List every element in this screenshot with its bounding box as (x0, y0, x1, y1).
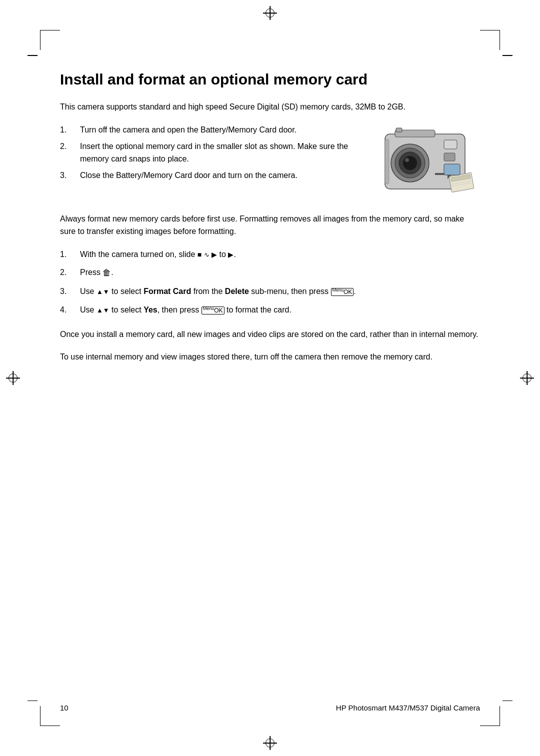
play-right-icon: ▶ (212, 250, 217, 258)
svg-point-5 (403, 156, 417, 170)
scene-icon: ∿ (204, 251, 210, 258)
corner-mark-top-left (40, 30, 60, 50)
svg-rect-8 (444, 153, 455, 161)
step-text-1: Turn off the camera and open the Battery… (80, 124, 365, 136)
install-step-3: 3. Close the Battery/Memory Card door an… (60, 170, 365, 182)
format-step-4: 4. Use ▲▼ to select Yes, then press Menu… (60, 304, 480, 316)
reg-mark-bottom (263, 736, 277, 750)
install-steps-left: 1. Turn off the camera and open the Batt… (60, 124, 365, 186)
page: Install and format an optional memory ca… (0, 0, 540, 756)
up-down-arrow-icon-2: ▲▼ (96, 306, 110, 314)
camera-svg (370, 119, 480, 209)
format-step-2: 2. Press 🗑. (60, 266, 480, 280)
format-step-text-1: With the camera turned on, slide ■ ∿ ▶ t… (80, 248, 480, 261)
side-mark-right-top (502, 55, 512, 56)
format-intro-paragraph: Always format new memory cards before fi… (60, 213, 480, 238)
svg-rect-7 (444, 140, 457, 149)
format-step-text-4: Use ▲▼ to select Yes, then press MenuOK … (80, 304, 480, 316)
corner-mark-bottom-left (40, 706, 60, 726)
install-step-1: 1. Turn off the camera and open the Batt… (60, 124, 365, 136)
step-num-1: 1. (60, 124, 74, 136)
page-number: 10 (60, 704, 68, 712)
svg-rect-17 (385, 139, 389, 184)
main-content: Install and format an optional memory ca… (60, 40, 480, 364)
format-step-text-3: Use ▲▼ to select Format Card from the De… (80, 285, 480, 298)
format-steps-list: 1. With the camera turned on, slide ■ ∿ … (60, 248, 480, 316)
format-step-num-1: 1. (60, 248, 74, 261)
trash-icon: 🗑 (102, 268, 111, 278)
page-title: Install and format an optional memory ca… (60, 70, 480, 89)
step-num-2: 2. (60, 140, 74, 166)
format-step-num-2: 2. (60, 266, 74, 279)
side-mark-left-top (28, 55, 38, 56)
format-step-1: 1. With the camera turned on, slide ■ ∿ … (60, 248, 480, 261)
step-num-3: 3. (60, 170, 74, 182)
side-mark-right-bottom (502, 700, 512, 702)
svg-rect-9 (396, 128, 402, 132)
camera-illustration (370, 119, 480, 211)
format-step-num-4: 4. (60, 304, 74, 316)
delete-label: Delete (225, 287, 249, 296)
footer-brand: HP Photosmart M437/M537 Digital Camera (336, 704, 480, 712)
format-card-label: Format Card (144, 287, 191, 296)
side-mark-left-bottom (28, 700, 38, 702)
format-step-3: 3. Use ▲▼ to select Format Card from the… (60, 285, 480, 298)
install-steps-section: 1. Turn off the camera and open the Batt… (60, 124, 480, 211)
install-steps-list: 1. Turn off the camera and open the Batt… (60, 124, 365, 182)
format-step-text-2: Press 🗑. (80, 266, 480, 280)
camera-icon: ■ (198, 250, 202, 258)
svg-rect-16 (444, 164, 460, 175)
page-footer: 10 HP Photosmart M437/M537 Digital Camer… (60, 704, 480, 712)
step-text-2: Insert the optional memory card in the s… (80, 140, 365, 166)
play-icon-2: ▶ (228, 250, 234, 258)
format-step-num-3: 3. (60, 285, 74, 298)
corner-mark-top-right (480, 30, 500, 50)
memory-card-note: Once you install a memory card, all new … (60, 328, 480, 341)
up-down-arrow-icon: ▲▼ (96, 288, 110, 296)
step-text-3: Close the Battery/Memory Card door and t… (80, 170, 365, 182)
yes-label: Yes (144, 306, 158, 314)
reg-mark-left (6, 371, 20, 385)
reg-mark-right (520, 371, 534, 385)
reg-mark-top (263, 6, 277, 20)
svg-point-6 (405, 158, 409, 162)
corner-mark-bottom-right (480, 706, 500, 726)
menu-ok-icon-1: MenuOK (331, 288, 354, 296)
internal-memory-note: To use internal memory and view images s… (60, 351, 480, 364)
install-step-2: 2. Insert the optional memory card in th… (60, 140, 365, 166)
intro-paragraph: This camera supports standard and high s… (60, 101, 480, 114)
menu-ok-icon-2: MenuOK (202, 306, 224, 314)
